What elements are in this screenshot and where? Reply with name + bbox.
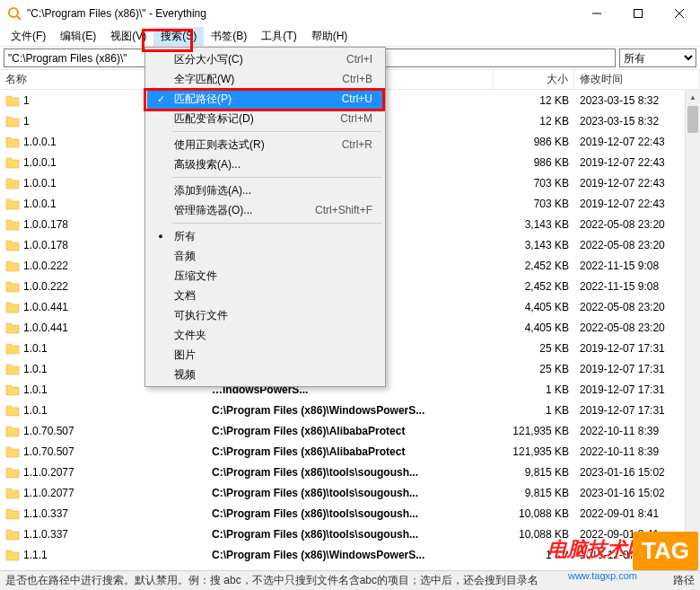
minimize-button[interactable]: [576, 0, 617, 27]
menu-item-6[interactable]: 高级搜索(A)...: [147, 154, 383, 174]
file-name: 1.1.0.337: [23, 528, 68, 541]
menu-item-label: 高级搜索(A)...: [171, 157, 372, 172]
file-size: 1 KB: [494, 404, 574, 417]
menu-item-label: 压缩文件: [171, 269, 372, 284]
file-path: C:\Program Files (x86)\tools\sougoush...: [206, 528, 494, 541]
folder-icon: [5, 569, 20, 570]
file-date: 2019-12-07 17:31: [574, 342, 700, 355]
close-button[interactable]: [659, 0, 700, 27]
filter-select[interactable]: 所有: [619, 48, 696, 67]
menu-item-label: 匹配变音标记(D): [171, 111, 340, 127]
col-date[interactable]: 修改时间: [574, 70, 700, 89]
menu-item-11[interactable]: ●所有: [147, 226, 383, 246]
folder-icon: [5, 156, 20, 169]
folder-icon: [5, 115, 20, 128]
menu-item-label: 区分大小写(C): [171, 52, 346, 67]
file-date: 2022-11-15 9:08: [574, 260, 700, 272]
file-date: 2019-12-07 17:31: [574, 404, 700, 417]
table-row[interactable]: 1.1.0.2077C:\Program Files (x86)\tools\s…: [0, 462, 700, 482]
table-row[interactable]: 1.0.70.507C:\Program Files (x86)\Alibaba…: [0, 441, 700, 462]
file-name: 1.0.70.507: [23, 425, 74, 437]
file-date: 2022-10-11 8:39: [574, 445, 700, 458]
file-date: 2019-12-07 17:31: [574, 363, 700, 375]
folder-icon: [5, 321, 20, 334]
file-name: 1.0.1: [23, 383, 48, 396]
scroll-thumb[interactable]: [687, 106, 698, 133]
file-date: 2019-12-07 22:43: [574, 198, 700, 210]
window-title: "C:\Program Files (x86)\" - Everything: [27, 7, 576, 20]
file-name: 1.0.0.222: [23, 280, 68, 293]
file-date: 2022-10-11 8:39: [574, 425, 700, 437]
menu-item-label: 添加到筛选(A)...: [171, 183, 372, 198]
menu-5[interactable]: 工具(T): [254, 27, 303, 46]
menu-item-label: 图片: [171, 348, 372, 363]
maximize-button[interactable]: [617, 0, 659, 27]
menu-item-label: 所有: [171, 229, 372, 244]
table-row[interactable]: 1.0.70.507C:\Program Files (x86)\Alibaba…: [0, 420, 700, 441]
file-size: 4,405 KB: [494, 321, 574, 334]
menu-item-15[interactable]: 可执行文件: [147, 305, 383, 325]
vertical-scrollbar[interactable]: ▲ ▼: [685, 90, 700, 570]
folder-icon: [5, 425, 20, 437]
folder-icon: [5, 549, 20, 561]
menu-item-shortcut: Ctrl+U: [342, 92, 380, 105]
file-size: 25 KB: [494, 342, 574, 355]
folder-icon: [5, 280, 20, 293]
file-size: 121,935 KB: [494, 425, 574, 437]
menu-item-14[interactable]: 文档: [147, 286, 383, 305]
menu-item-1[interactable]: 全字匹配(W)Ctrl+B: [147, 69, 383, 89]
scroll-up-icon[interactable]: ▲: [686, 90, 700, 105]
col-size[interactable]: 大小: [494, 70, 574, 89]
statusbar-right: 路径: [673, 573, 695, 588]
file-path: C:\Program Files (x86)\WindowsPowerS...: [206, 569, 494, 570]
folder-icon: [5, 218, 20, 231]
menu-item-0[interactable]: 区分大小写(C)Ctrl+I: [147, 49, 383, 69]
svg-rect-3: [634, 10, 643, 18]
file-path: C:\Program Files (x86)\WindowsPowerS...: [206, 404, 494, 417]
menu-item-label: 文档: [171, 288, 372, 304]
menu-item-13[interactable]: 压缩文件: [147, 266, 383, 286]
folder-icon: [5, 445, 20, 458]
watermark-tag: TAG: [633, 532, 698, 570]
menu-6[interactable]: 帮助(H): [304, 27, 355, 46]
file-date: 2019-12-07 22:43: [574, 136, 700, 148]
folder-icon: [5, 198, 20, 210]
menu-3[interactable]: 搜索(S): [153, 27, 204, 46]
file-name: 1: [23, 94, 30, 107]
file-date: 2022-09-01 8:41: [574, 507, 700, 520]
folder-icon: [5, 301, 20, 313]
menu-separator: [172, 131, 381, 132]
table-row[interactable]: 1.1.1C:\Program Files (x86)\WindowsPower…: [0, 565, 700, 569]
menu-item-8[interactable]: 添加到筛选(A)...: [147, 181, 383, 200]
menu-0[interactable]: 文件(F): [4, 27, 53, 46]
file-size: 2,452 KB: [494, 260, 574, 272]
file-size: 121,935 KB: [494, 445, 574, 458]
menu-item-3[interactable]: 匹配变音标记(D)Ctrl+M: [147, 109, 383, 128]
folder-icon: [5, 383, 20, 396]
menu-1[interactable]: 编辑(E): [53, 27, 103, 46]
file-name: 1.1.0.337: [23, 507, 68, 520]
file-size: 2,452 KB: [494, 280, 574, 293]
menu-item-5[interactable]: 使用正则表达式(R)Ctrl+R: [147, 135, 383, 154]
table-row[interactable]: 1.0.1C:\Program Files (x86)\WindowsPower…: [0, 400, 700, 420]
menu-item-18[interactable]: 视频: [147, 365, 383, 384]
file-name: 1.1.0.2077: [23, 466, 74, 479]
menu-item-9[interactable]: 管理筛选器(O)...Ctrl+Shift+F: [147, 200, 383, 220]
file-path: C:\Program Files (x86)\tools\sougoush...: [206, 507, 494, 520]
file-size: 3,143 KB: [494, 218, 574, 231]
menu-item-16[interactable]: 文件夹: [147, 325, 383, 345]
table-row[interactable]: 1.1.0.337C:\Program Files (x86)\tools\so…: [0, 503, 700, 524]
menu-item-2[interactable]: ✓匹配路径(P)Ctrl+U: [147, 89, 383, 109]
menu-item-label: 音频: [171, 249, 372, 264]
menu-2[interactable]: 视图(V): [103, 27, 153, 46]
menu-item-17[interactable]: 图片: [147, 345, 383, 365]
file-size: 9,815 KB: [494, 466, 574, 479]
table-row[interactable]: 1.1.0.2077C:\Program Files (x86)\tools\s…: [0, 482, 700, 503]
menu-4[interactable]: 书签(B): [204, 27, 254, 46]
file-date: 2023-01-16 15:02: [574, 487, 700, 499]
file-name: 1.0.0.1: [23, 156, 57, 169]
file-date: 2022-05-08 23:20: [574, 239, 700, 251]
folder-icon: [5, 404, 20, 417]
menu-item-12[interactable]: 音频: [147, 246, 383, 266]
app-icon: [7, 6, 22, 21]
